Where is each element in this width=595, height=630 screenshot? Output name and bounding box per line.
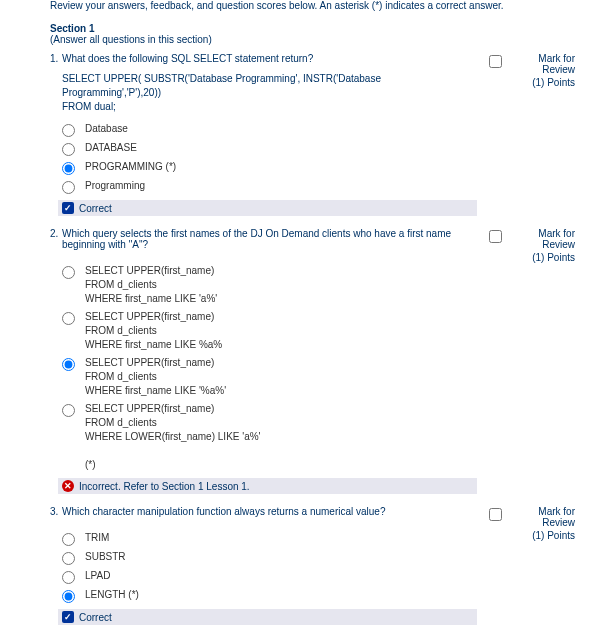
question-1: 1. What does the following SQL SELECT st… [50,53,575,220]
mark-review-label: Mark for Review [538,53,575,75]
feedback-text: Incorrect. Refer to Section 1 Lesson 1. [79,481,250,492]
option-row: TRIM [62,531,477,546]
option-radio[interactable] [62,590,75,603]
option-label: SELECT UPPER(first_name) FROM d_clients … [85,264,217,306]
option-radio[interactable] [62,266,75,279]
review-panel: Mark for Review (1) Points [485,506,575,629]
check-icon: ✓ [62,611,74,623]
question-number: 2. [50,228,62,250]
option-row: SELECT UPPER(first_name) FROM d_clients … [62,264,477,306]
option-radio[interactable] [62,312,75,325]
points-label: (1) Points [485,530,575,541]
options-list: TRIM SUBSTR LPAD LENGTH (*) [62,531,477,603]
mark-review-checkbox[interactable] [489,55,502,68]
section-instruction: (Answer all questions in this section) [50,34,575,45]
option-label: LENGTH (*) [85,588,139,602]
feedback-incorrect: ✕ Incorrect. Refer to Section 1 Lesson 1… [58,478,477,494]
option-row: Database [62,122,477,137]
option-radio[interactable] [62,358,75,371]
feedback-text: Correct [79,203,112,214]
x-icon: ✕ [62,480,74,492]
option-radio[interactable] [62,552,75,565]
option-row: SELECT UPPER(first_name) FROM d_clients … [62,356,477,398]
question-main: 2. Which query selects the first names o… [50,228,485,498]
option-label: TRIM [85,531,109,545]
option-label: Database [85,122,128,136]
intro-text: Review your answers, feedback, and quest… [50,0,575,11]
question-main: 1. What does the following SQL SELECT st… [50,53,485,220]
mark-review-label: Mark for Review [538,228,575,250]
question-number: 1. [50,53,62,64]
question-code: SELECT UPPER( SUBSTR('Database Programmi… [62,72,477,114]
question-number: 3. [50,506,62,517]
option-radio[interactable] [62,533,75,546]
option-label: PROGRAMMING (*) [85,160,176,174]
question-main: 3. Which character manipulation function… [50,506,485,629]
feedback-correct: ✓ Correct [58,609,477,625]
review-panel: Mark for Review (1) Points [485,53,575,220]
code-line: FROM dual; [62,100,477,114]
question-body: Which character manipulation function al… [62,506,477,517]
code-line: SELECT UPPER( SUBSTR('Database Programmi… [62,72,477,100]
option-label: SELECT UPPER(first_name) FROM d_clients … [85,310,222,352]
option-label: LPAD [85,569,110,583]
feedback-text: Correct [79,612,112,623]
option-row: DATABASE [62,141,477,156]
option-label: SUBSTR [85,550,126,564]
option-row: SELECT UPPER(first_name) FROM d_clients … [62,310,477,352]
section-title: Section 1 [50,23,575,34]
option-radio[interactable] [62,124,75,137]
points-label: (1) Points [485,77,575,88]
option-radio[interactable] [62,143,75,156]
option-row: SELECT UPPER(first_name) FROM d_clients … [62,402,477,472]
question-body: Which query selects the first names of t… [62,228,477,250]
option-row: SUBSTR [62,550,477,565]
option-row: LENGTH (*) [62,588,477,603]
review-panel: Mark for Review (1) Points [485,228,575,498]
option-radio[interactable] [62,181,75,194]
mark-review-checkbox[interactable] [489,230,502,243]
option-label: SELECT UPPER(first_name) FROM d_clients … [85,402,261,472]
question-body: What does the following SQL SELECT state… [62,53,477,64]
option-row: PROGRAMMING (*) [62,160,477,175]
feedback-correct: ✓ Correct [58,200,477,216]
option-row: Programming [62,179,477,194]
points-label: (1) Points [485,252,575,263]
question-2: 2. Which query selects the first names o… [50,228,575,498]
option-label: DATABASE [85,141,137,155]
option-radio[interactable] [62,571,75,584]
option-radio[interactable] [62,162,75,175]
options-list: SELECT UPPER(first_name) FROM d_clients … [62,264,477,472]
quiz-page: Review your answers, feedback, and quest… [0,0,595,630]
option-radio[interactable] [62,404,75,417]
option-label: SELECT UPPER(first_name) FROM d_clients … [85,356,226,398]
question-3: 3. Which character manipulation function… [50,506,575,629]
check-icon: ✓ [62,202,74,214]
option-label: Programming [85,179,145,193]
option-row: LPAD [62,569,477,584]
mark-review-checkbox[interactable] [489,508,502,521]
mark-review-label: Mark for Review [538,506,575,528]
options-list: Database DATABASE PROGRAMMING (*) Progra… [62,122,477,194]
